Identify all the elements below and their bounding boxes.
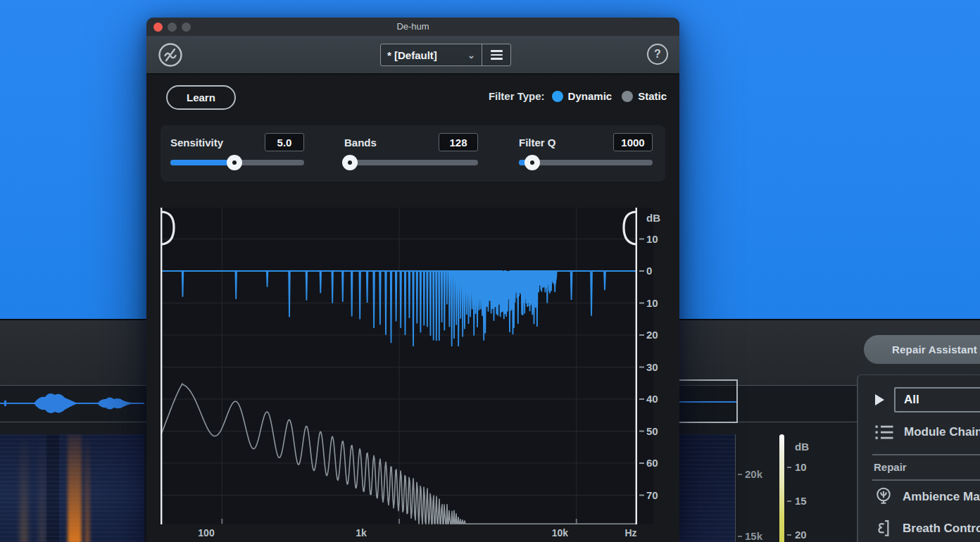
- sensitivity-value-field[interactable]: 5.0: [265, 133, 304, 151]
- slider-fill: [170, 160, 234, 165]
- db-axis-label: 50: [646, 425, 670, 437]
- slider-handle[interactable]: [342, 155, 358, 170]
- hamburger-icon: [491, 50, 503, 59]
- hz-axis-label: Hz: [624, 527, 636, 538]
- spectrum-graph-canvas[interactable]: [161, 208, 653, 524]
- spectrogram-right[interactable]: [676, 434, 735, 542]
- module-chain-item[interactable]: Module Chain: [874, 422, 980, 443]
- filter-q-label: Filter Q: [519, 137, 556, 149]
- bands-slider-group: Bands 128: [344, 125, 478, 165]
- db-axis-label: 60: [646, 457, 670, 469]
- filter-type-options: DynamicStatic: [552, 90, 667, 102]
- filter-type-option-dynamic[interactable]: Dynamic: [552, 90, 612, 102]
- overview-selection-box[interactable]: [677, 379, 738, 423]
- meter-unit-label: dB: [787, 441, 809, 453]
- preset-dropdown[interactable]: * [Default] ⌄: [381, 44, 482, 65]
- meter-tick: [787, 500, 791, 502]
- filter-type-row: Filter Type: DynamicStatic: [489, 90, 667, 102]
- spectrogram-left[interactable]: [0, 434, 144, 542]
- db-axis-label: 40: [646, 393, 670, 405]
- module-item-label: Ambience Match: [903, 490, 980, 504]
- bands-slider[interactable]: [344, 160, 478, 165]
- dehum-plugin-window: De-hum * [Default] ⌄ ? Lear: [146, 18, 679, 542]
- freq-axis-label: 100: [198, 527, 214, 538]
- db-axis-label: 0: [646, 265, 670, 277]
- freq-ruler-label-20k: 20k: [738, 468, 762, 480]
- module-item-ambience-match[interactable]: Ambience Match: [874, 486, 980, 508]
- module-chain-icon: [874, 422, 895, 443]
- ruler-label-text: 20k: [745, 468, 762, 480]
- radio-label: Dynamic: [568, 90, 612, 102]
- spectrogram-texture: [676, 434, 735, 542]
- bands-value-field[interactable]: 128: [439, 133, 478, 151]
- level-meter-bar: [779, 434, 784, 542]
- help-button[interactable]: ?: [647, 44, 668, 65]
- ruler-tick: [738, 536, 742, 537]
- bypass-icon[interactable]: [158, 42, 183, 68]
- frequency-ruler-line: [735, 434, 736, 542]
- panel-divider: [872, 479, 980, 481]
- slider-handle[interactable]: [524, 155, 540, 170]
- db-axis-label: 70: [646, 489, 670, 501]
- module-item-label: Breath Control: [903, 522, 980, 536]
- filter-q-slider[interactable]: [519, 160, 653, 165]
- window-title: De-hum: [146, 18, 679, 36]
- db-axis-label: dB: [646, 212, 670, 224]
- chevron-down-icon: ⌄: [467, 50, 475, 61]
- graph-background: [161, 208, 653, 524]
- filter-q-slider-group: Filter Q 1000: [519, 125, 653, 165]
- filter-type-label: Filter Type:: [489, 90, 545, 102]
- sensitivity-label: Sensitivity: [170, 137, 223, 149]
- freq-axis-label: 1k: [356, 527, 367, 538]
- spectrum-graph[interactable]: dB10010203040506070 1001k10k Hz: [161, 208, 662, 524]
- screen: 20k 15k dB 10 15 20 Repair Assistant: [0, 0, 980, 542]
- sensitivity-slider[interactable]: [170, 160, 304, 165]
- overview-waveform-line: [679, 401, 736, 403]
- module-item-breath-control[interactable]: Breath Control: [874, 518, 980, 539]
- preset-group: * [Default] ⌄: [380, 44, 511, 66]
- radio-selected-icon[interactable]: [552, 91, 563, 102]
- filter-type-option-static[interactable]: Static: [622, 90, 667, 102]
- meter-tick: [787, 534, 791, 536]
- waveform-overview: [0, 386, 144, 422]
- module-filter-dropdown[interactable]: All: [894, 387, 980, 412]
- meter-label-text: 15: [795, 495, 807, 507]
- breath-control-icon: [874, 518, 893, 539]
- module-filter-row[interactable]: All: [874, 387, 980, 412]
- play-icon[interactable]: [874, 393, 885, 406]
- spectrogram-texture: [0, 434, 144, 542]
- repair-assistant-button[interactable]: Repair Assistant: [864, 335, 980, 364]
- meter-tick-20: 20: [787, 529, 807, 541]
- ruler-tick: [738, 474, 742, 475]
- sliders-panel: Sensitivity 5.0 Bands 128: [161, 125, 665, 182]
- slider-handle[interactable]: [227, 155, 242, 170]
- meter-label-text: dB: [795, 441, 809, 453]
- radio-unselected-icon[interactable]: [622, 91, 633, 102]
- module-chain-label: Module Chain: [904, 425, 980, 439]
- waveform-blob: [34, 393, 76, 413]
- plugin-toolbar: * [Default] ⌄ ?: [146, 36, 679, 75]
- db-axis-label: 10: [646, 297, 670, 309]
- preset-value: * [Default]: [387, 49, 437, 61]
- sensitivity-slider-group: Sensitivity 5.0: [170, 125, 304, 165]
- ruler-label-text: 15k: [745, 530, 762, 542]
- freq-axis-label: 10k: [552, 527, 568, 538]
- repair-section-label: Repair: [874, 461, 907, 473]
- waveform-blob: [97, 398, 131, 410]
- plugin-titlebar[interactable]: De-hum: [146, 18, 679, 37]
- ambience-match-icon: [874, 486, 893, 508]
- learn-button[interactable]: Learn: [166, 85, 236, 110]
- bands-label: Bands: [344, 137, 377, 149]
- db-axis-label: 30: [646, 361, 670, 373]
- meter-tick: [787, 467, 791, 468]
- module-panel: All Module Chain Repair: [857, 374, 980, 542]
- meter-label-text: 10: [795, 461, 807, 473]
- filter-q-value-field[interactable]: 1000: [613, 133, 653, 151]
- db-axis-label: 10: [646, 233, 670, 245]
- preset-menu-button[interactable]: [482, 44, 510, 65]
- db-axis-label: 20: [646, 329, 670, 341]
- meter-label-text: 20: [795, 529, 807, 541]
- freq-ruler-label-15k: 15k: [738, 530, 762, 542]
- radio-label: Static: [638, 90, 667, 102]
- meter-tick-10: 10: [787, 461, 807, 473]
